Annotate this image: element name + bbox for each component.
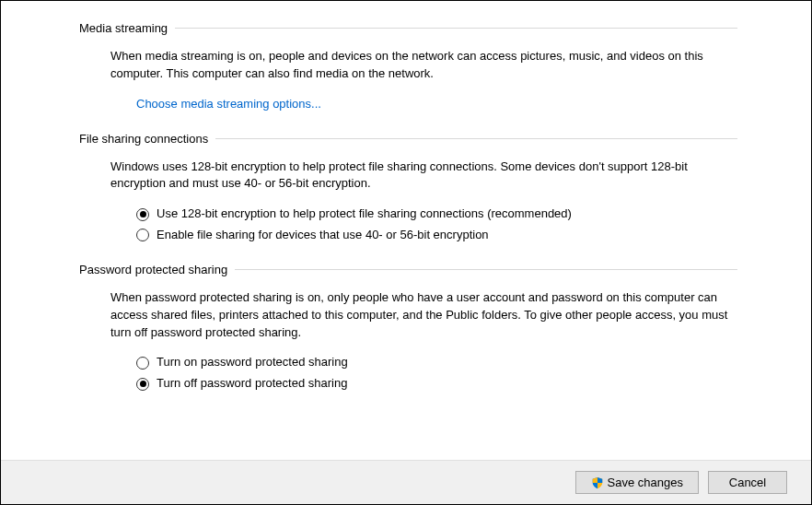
media-description: When media streaming is on, people and d… (110, 48, 737, 83)
section-media-streaming: Media streaming When media streaming is … (79, 21, 737, 113)
radio-128bit-encryption[interactable]: Use 128-bit encryption to help protect f… (136, 206, 737, 223)
divider (235, 269, 737, 270)
divider (215, 138, 737, 139)
section-title-media: Media streaming (79, 21, 168, 35)
password-radio-group: Turn on password protected sharing Turn … (110, 354, 737, 393)
section-password-sharing: Password protected sharing When password… (79, 263, 737, 393)
divider (175, 28, 737, 29)
cancel-button[interactable]: Cancel (708, 471, 787, 494)
section-body: When media streaming is on, people and d… (79, 48, 737, 113)
section-file-sharing: File sharing connections Windows uses 12… (79, 132, 737, 244)
section-title-password: Password protected sharing (79, 263, 227, 276)
button-label: Cancel (729, 476, 766, 489)
section-body: Windows uses 128-bit encryption to help … (79, 159, 737, 244)
filesharing-radio-group: Use 128-bit encryption to help protect f… (110, 206, 737, 244)
settings-content: Media streaming When media streaming is … (1, 1, 811, 460)
radio-label: Enable file sharing for devices that use… (157, 227, 489, 244)
radio-label: Turn on password protected sharing (157, 354, 348, 371)
radio-40-56bit-encryption[interactable]: Enable file sharing for devices that use… (136, 227, 737, 244)
password-description: When password protected sharing is on, o… (110, 289, 737, 342)
media-options-link[interactable]: Choose media streaming options... (136, 96, 321, 113)
radio-icon (136, 229, 149, 241)
button-label: Save changes (608, 476, 683, 489)
uac-shield-icon (591, 476, 604, 489)
radio-icon (136, 208, 149, 221)
radio-password-on[interactable]: Turn on password protected sharing (136, 354, 737, 371)
radio-label: Use 128-bit encryption to help protect f… (157, 206, 572, 223)
radio-label: Turn off password protected sharing (157, 375, 347, 393)
section-body: When password protected sharing is on, o… (79, 289, 737, 393)
radio-icon (136, 378, 149, 391)
section-header: File sharing connections (79, 132, 737, 146)
section-header: Media streaming (79, 21, 737, 35)
dialog-footer: Save changes Cancel (1, 460, 811, 504)
radio-password-off[interactable]: Turn off password protected sharing (136, 375, 737, 393)
section-title-filesharing: File sharing connections (79, 132, 208, 146)
radio-icon (136, 357, 149, 370)
section-header: Password protected sharing (79, 263, 737, 276)
save-changes-button[interactable]: Save changes (575, 471, 699, 494)
filesharing-description: Windows uses 128-bit encryption to help … (110, 159, 737, 194)
